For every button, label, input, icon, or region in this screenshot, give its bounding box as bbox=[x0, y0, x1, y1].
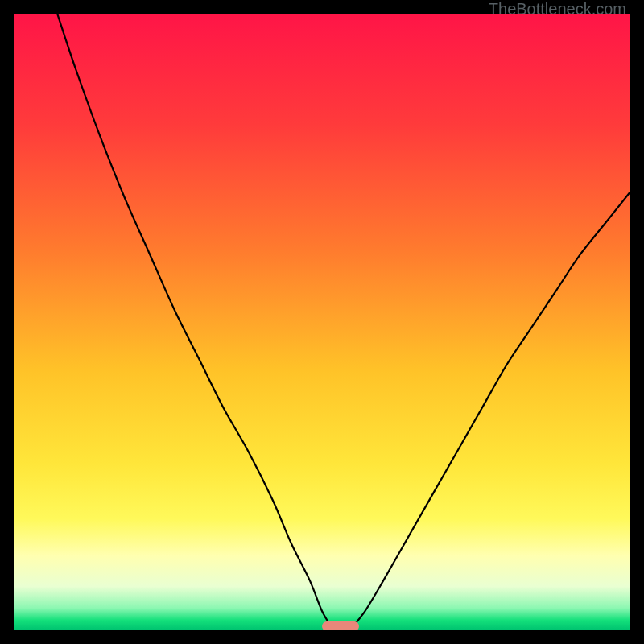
watermark-text: TheBottleneck.com bbox=[489, 0, 626, 19]
curve-left-branch bbox=[57, 14, 331, 626]
curve-right-branch bbox=[353, 193, 630, 627]
bottleneck-marker bbox=[322, 621, 359, 630]
chart-frame: TheBottleneck.com bbox=[0, 0, 644, 644]
plot-area bbox=[14, 14, 630, 630]
curve-layer bbox=[14, 14, 630, 630]
